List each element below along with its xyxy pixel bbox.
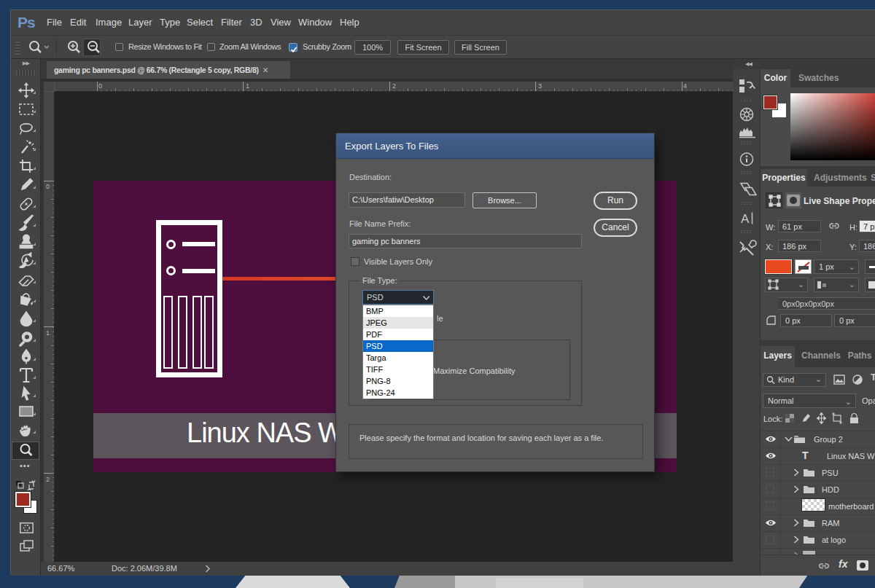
svg-text:A: A bbox=[741, 212, 750, 226]
